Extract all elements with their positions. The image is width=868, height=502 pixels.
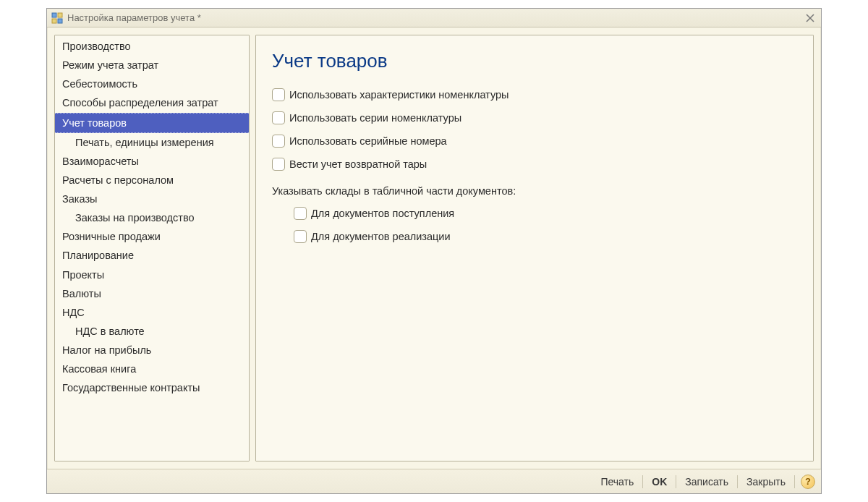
sidebar-item[interactable]: Налог на прибыль bbox=[55, 341, 249, 360]
close-button[interactable]: Закрыть bbox=[741, 475, 791, 489]
checkbox-label: Для документов поступления bbox=[311, 208, 454, 219]
separator bbox=[676, 475, 676, 488]
sidebar-item[interactable]: Валюты bbox=[55, 284, 249, 303]
checkbox-row: Для документов поступления bbox=[294, 207, 797, 220]
titlebar: Настройка параметров учета * bbox=[47, 9, 821, 27]
save-button[interactable]: Записать bbox=[679, 475, 734, 489]
sidebar-item[interactable]: Режим учета затрат bbox=[55, 56, 249, 75]
checkbox[interactable] bbox=[272, 88, 285, 101]
checkbox-label: Для документов реализации bbox=[311, 231, 451, 242]
separator bbox=[794, 475, 795, 488]
checkbox[interactable] bbox=[272, 111, 285, 124]
svg-rect-3 bbox=[58, 19, 62, 23]
body: ПроизводствоРежим учета затратСебестоимо… bbox=[47, 27, 821, 469]
svg-rect-1 bbox=[58, 13, 62, 17]
checkbox[interactable] bbox=[294, 207, 307, 220]
window-title: Настройка параметров учета * bbox=[67, 12, 804, 23]
sidebar-item[interactable]: НДС в валюте bbox=[55, 322, 249, 341]
checkbox-label: Использовать серийные номера bbox=[289, 135, 447, 147]
sidebar-item[interactable]: Розничные продажи bbox=[55, 227, 249, 246]
checkbox-label: Вести учет возвратной тары bbox=[289, 158, 427, 170]
sidebar-item[interactable]: НДС bbox=[55, 303, 249, 322]
checkbox[interactable] bbox=[272, 135, 285, 148]
sidebar-item[interactable]: Кассовая книга bbox=[55, 360, 249, 378]
page-title: Учет товаров bbox=[272, 50, 797, 72]
print-button[interactable]: Печать bbox=[595, 475, 639, 489]
sidebar-item[interactable]: Государственные контракты bbox=[55, 378, 249, 397]
svg-rect-0 bbox=[52, 13, 56, 17]
settings-window: Настройка параметров учета * Производств… bbox=[46, 8, 822, 494]
sidebar-item[interactable]: Себестоимость bbox=[55, 75, 249, 93]
help-icon[interactable]: ? bbox=[801, 475, 815, 489]
checkbox[interactable] bbox=[272, 158, 285, 171]
main-panel: Учет товаров Использовать характеристики… bbox=[255, 35, 814, 461]
checkbox-row: Использовать серийные номера bbox=[272, 135, 797, 148]
sidebar-item[interactable]: Заказы bbox=[55, 190, 249, 208]
sidebar-item[interactable]: Расчеты с персоналом bbox=[55, 171, 249, 190]
checkbox-group: Использовать характеристики номенклатуры… bbox=[272, 88, 797, 171]
app-icon bbox=[51, 12, 63, 24]
footer: Печать OK Записать Закрыть ? bbox=[47, 469, 821, 493]
ok-button[interactable]: OK bbox=[646, 475, 673, 489]
warehouse-checkbox-group: Для документов поступленияДля документов… bbox=[272, 207, 797, 243]
checkbox-row: Вести учет возвратной тары bbox=[272, 158, 797, 171]
sidebar-item[interactable]: Производство bbox=[55, 37, 249, 56]
checkbox-row: Использовать серии номенклатуры bbox=[272, 111, 797, 124]
sidebar-item[interactable]: Способы распределения затрат bbox=[55, 93, 249, 112]
checkbox-row: Использовать характеристики номенклатуры bbox=[272, 88, 797, 101]
separator bbox=[737, 475, 738, 488]
sidebar-item[interactable]: Планирование bbox=[55, 246, 249, 265]
warehouse-section-label: Указывать склады в табличной части докум… bbox=[272, 185, 797, 197]
checkbox-label: Использовать характеристики номенклатуры bbox=[289, 89, 509, 101]
checkbox-label: Использовать серии номенклатуры bbox=[289, 112, 461, 124]
sidebar-item[interactable]: Взаиморасчеты bbox=[55, 152, 249, 171]
sidebar: ПроизводствоРежим учета затратСебестоимо… bbox=[54, 35, 250, 461]
close-icon[interactable] bbox=[804, 12, 817, 25]
sidebar-item[interactable]: Печать, единицы измерения bbox=[55, 133, 249, 152]
separator bbox=[642, 475, 643, 488]
checkbox[interactable] bbox=[294, 230, 307, 243]
checkbox-row: Для документов реализации bbox=[294, 230, 797, 243]
sidebar-item[interactable]: Заказы на производство bbox=[55, 208, 249, 227]
sidebar-item[interactable]: Учет товаров bbox=[55, 113, 249, 133]
sidebar-item[interactable]: Проекты bbox=[55, 265, 249, 284]
svg-rect-2 bbox=[52, 19, 56, 23]
